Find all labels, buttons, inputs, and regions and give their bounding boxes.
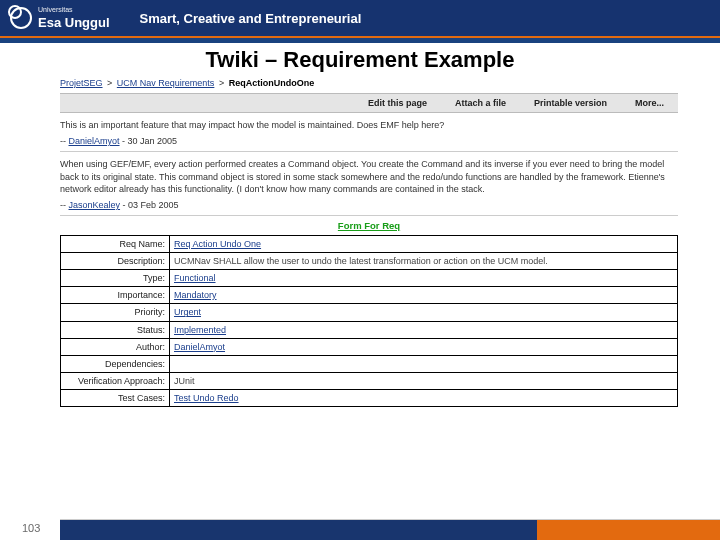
- cell-label: Verification Approach:: [61, 372, 170, 389]
- breadcrumb-current: ReqActionUndoOne: [229, 78, 315, 88]
- cell-label: Req Name:: [61, 235, 170, 252]
- status-link[interactable]: Implemented: [174, 325, 226, 335]
- body-paragraph-2: When using GEF/EMF, every action perform…: [60, 158, 678, 194]
- cell-value: Req Action Undo One: [170, 235, 678, 252]
- author-link-1[interactable]: DanielAmyot: [69, 136, 120, 146]
- page-action-bar: Edit this page Attach a file Printable v…: [60, 93, 678, 113]
- footer-bar-blue: [60, 520, 537, 540]
- cell-value: DanielAmyot: [170, 338, 678, 355]
- requirement-form-table: Req Name:Req Action Undo One Description…: [60, 235, 678, 407]
- cell-label: Priority:: [61, 304, 170, 321]
- cell-value: JUnit: [170, 372, 678, 389]
- page-number: 103: [22, 522, 40, 534]
- cell-value: Mandatory: [170, 287, 678, 304]
- cell-value: UCMNav SHALL allow the user to undo the …: [170, 252, 678, 269]
- tab-printable[interactable]: Printable version: [520, 97, 621, 109]
- cell-value: [170, 355, 678, 372]
- form-author-link[interactable]: DanielAmyot: [174, 342, 225, 352]
- table-row: Type:Functional: [61, 270, 678, 287]
- priority-link[interactable]: Urgent: [174, 307, 201, 317]
- type-link[interactable]: Functional: [174, 273, 216, 283]
- cell-label: Type:: [61, 270, 170, 287]
- tab-edit[interactable]: Edit this page: [354, 97, 441, 109]
- table-row: Status:Implemented: [61, 321, 678, 338]
- table-row: Dependencies:: [61, 355, 678, 372]
- table-row: Test Cases:Test Undo Redo: [61, 390, 678, 407]
- table-row: Importance:Mandatory: [61, 287, 678, 304]
- body-paragraph-1: This is an important feature that may im…: [60, 119, 678, 131]
- author-link-2[interactable]: JasonKealey: [69, 200, 121, 210]
- breadcrumb-link-2[interactable]: UCM Nav Requirements: [117, 78, 215, 88]
- divider: [60, 151, 678, 152]
- footer-bar-orange: [537, 520, 720, 540]
- breadcrumb-sep: >: [217, 78, 226, 88]
- logo-icon: [10, 7, 32, 29]
- req-name-link[interactable]: Req Action Undo One: [174, 239, 261, 249]
- tab-more[interactable]: More...: [621, 97, 678, 109]
- cell-value: Implemented: [170, 321, 678, 338]
- table-row: Req Name:Req Action Undo One: [61, 235, 678, 252]
- header-tagline: Smart, Creative and Entrepreneurial: [140, 11, 362, 26]
- brand-name: Esa Unggul: [38, 15, 110, 30]
- cell-value: Functional: [170, 270, 678, 287]
- slide-footer: 103: [0, 514, 720, 540]
- cell-label: Importance:: [61, 287, 170, 304]
- cell-label: Test Cases:: [61, 390, 170, 407]
- importance-link[interactable]: Mandatory: [174, 290, 217, 300]
- table-row: Verification Approach:JUnit: [61, 372, 678, 389]
- testcases-link[interactable]: Test Undo Redo: [174, 393, 239, 403]
- table-row: Priority:Urgent: [61, 304, 678, 321]
- table-row: Author:DanielAmyot: [61, 338, 678, 355]
- divider: [60, 215, 678, 216]
- form-title: Form For Req: [60, 220, 678, 233]
- slide-header-bar: Universitas Esa Unggul Smart, Creative a…: [0, 0, 720, 36]
- brand-logo: Universitas Esa Unggul: [10, 6, 110, 31]
- sig-date-1: 30 Jan 2005: [128, 136, 178, 146]
- tab-attach[interactable]: Attach a file: [441, 97, 520, 109]
- signature-1: -- DanielAmyot - 30 Jan 2005: [60, 135, 678, 147]
- table-row: Description:UCMNav SHALL allow the user …: [61, 252, 678, 269]
- cell-value: Urgent: [170, 304, 678, 321]
- cell-label: Status:: [61, 321, 170, 338]
- cell-label: Dependencies:: [61, 355, 170, 372]
- slide-title: Twiki – Requirement Example: [0, 43, 720, 75]
- slide-content: ProjetSEG > UCM Nav Requirements > ReqAc…: [0, 75, 720, 407]
- cell-value: Test Undo Redo: [170, 390, 678, 407]
- cell-label: Description:: [61, 252, 170, 269]
- footer-color-bar: [60, 520, 720, 540]
- breadcrumb-sep: >: [105, 78, 114, 88]
- breadcrumb: ProjetSEG > UCM Nav Requirements > ReqAc…: [60, 75, 678, 93]
- breadcrumb-link-1[interactable]: ProjetSEG: [60, 78, 103, 88]
- cell-label: Author:: [61, 338, 170, 355]
- brand-top: Universitas: [38, 6, 110, 13]
- signature-2: -- JasonKealey - 03 Feb 2005: [60, 199, 678, 211]
- sig-date-2: 03 Feb 2005: [128, 200, 179, 210]
